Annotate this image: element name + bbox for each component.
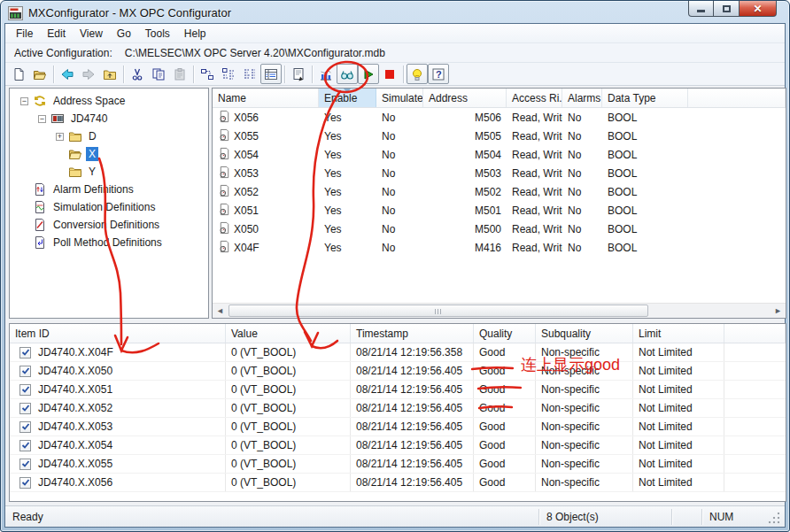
resize-grip[interactable] — [767, 509, 781, 525]
item-checkbox[interactable] — [19, 384, 31, 396]
new-tag-button[interactable] — [239, 64, 260, 84]
back-button[interactable] — [57, 64, 78, 84]
tag-row-x055[interactable]: X055YesNoM505Read, WriteNoBOOL — [213, 127, 786, 145]
tree-item-conversion-definitions[interactable]: Conversion Definitions — [10, 216, 208, 234]
monitor-cell: 08/21/14 12:19:56.405 — [351, 474, 474, 491]
collapse-toggle[interactable]: − — [38, 115, 46, 123]
scroll-right-button[interactable]: ► — [771, 304, 786, 318]
scrollbar-thumb[interactable] — [228, 305, 648, 317]
column-header-alarms[interactable]: Alarms — [562, 89, 602, 107]
statistics-button[interactable] — [315, 64, 337, 84]
column-header-address[interactable]: Address — [423, 89, 507, 107]
item-checkbox[interactable] — [19, 459, 31, 470]
menu-edit[interactable]: Edit — [40, 26, 73, 42]
column-header-simulate[interactable]: Simulate — [376, 89, 423, 107]
up-one-level-button[interactable] — [99, 64, 120, 84]
monitor-cell: Non-specific — [536, 399, 633, 417]
tag-row-x052[interactable]: X052YesNoM502Read, WriteNoBOOL — [213, 182, 786, 201]
tree-item-alarm-definitions[interactable]: Alarm Definitions — [10, 181, 208, 198]
column-label: Access Ri... — [512, 92, 562, 104]
maximize-button[interactable] — [714, 1, 740, 17]
monitor-row-jd4740.x.x055[interactable]: JD4740.X.X0550 (VT_BOOL)08/21/14 12:19:5… — [10, 455, 786, 474]
monitor-cell: 08/21/14 12:19:56.405 — [351, 362, 474, 380]
cut-button[interactable] — [127, 64, 148, 84]
tree-item-d[interactable]: +D — [10, 127, 208, 145]
new-group-button[interactable] — [218, 64, 239, 84]
monitor-row-jd4740.x.x053[interactable]: JD4740.X.X0530 (VT_BOOL)08/21/14 12:19:5… — [10, 418, 786, 436]
column-header-enable[interactable]: Enable — [319, 89, 376, 107]
tag-cell: Yes — [319, 130, 376, 143]
scrollbar-track[interactable] — [228, 304, 771, 318]
tag-name: X053 — [234, 167, 259, 180]
tag-cell: M505 — [423, 130, 507, 143]
stop-icon — [383, 67, 397, 81]
column-header-data-type[interactable]: Data Type — [602, 89, 688, 107]
monitor-row-jd4740.x.x056[interactable]: JD4740.X.X0560 (VT_BOOL)08/21/14 12:19:5… — [10, 474, 786, 492]
collapse-toggle[interactable]: − — [20, 97, 28, 105]
help-button[interactable]: ? — [428, 64, 449, 84]
item-checkbox[interactable] — [19, 366, 31, 377]
tag-row-x051[interactable]: X051YesNoM501Read, WriteNoBOOL — [213, 201, 786, 220]
tag-row-x056[interactable]: X056YesNoM506Read, WriteNoBOOL — [213, 108, 786, 127]
monitor-cell: Good — [474, 399, 536, 417]
tag-row-x053[interactable]: X053YesNoM503Read, WriteNoBOOL — [213, 164, 786, 182]
address-space-icon — [33, 94, 47, 108]
properties-button[interactable] — [288, 64, 309, 84]
start-button[interactable] — [358, 64, 379, 84]
maximize-icon — [723, 5, 731, 12]
new-document-button[interactable] — [8, 64, 29, 84]
tree-item-x[interactable]: X — [10, 145, 208, 163]
title-bar[interactable]: MXConfigurator - MX OPC Configurator — [4, 1, 786, 23]
item-checkbox[interactable] — [19, 403, 31, 414]
menu-go[interactable]: Go — [110, 26, 138, 42]
tree-item-poll-method-definitions[interactable]: Poll Method Definitions — [10, 234, 208, 251]
copy-button[interactable] — [148, 64, 169, 84]
stop-button[interactable] — [379, 64, 400, 84]
open-folder-button[interactable] — [29, 64, 50, 84]
tag-cell: Read, Write — [507, 223, 562, 235]
item-checkbox[interactable] — [19, 347, 31, 359]
column-header-timestamp[interactable]: Timestamp — [351, 324, 474, 343]
menu-file[interactable]: File — [9, 26, 40, 42]
item-checkbox[interactable] — [19, 440, 31, 451]
monitor-row-jd4740.x.x051[interactable]: JD4740.X.X0510 (VT_BOOL)08/21/14 12:19:5… — [10, 381, 786, 399]
menu-tools[interactable]: Tools — [138, 26, 177, 42]
monitor-row-jd4740.x.x050[interactable]: JD4740.X.X0500 (VT_BOOL)08/21/14 12:19:5… — [10, 362, 786, 381]
tag-row-x054[interactable]: X054YesNoM504Read, WriteNoBOOL — [213, 145, 786, 164]
tree-item-y[interactable]: Y — [10, 163, 208, 181]
monitor-row-jd4740.x.x04f[interactable]: JD4740.X.X04F0 (VT_BOOL)08/21/14 12:19:5… — [10, 343, 786, 362]
scroll-left-button[interactable]: ◄ — [213, 304, 228, 318]
tag-row-x04f[interactable]: X04FYesNoM416Read, WriteNoBOOL — [213, 238, 786, 257]
column-header-name[interactable]: Name — [213, 89, 319, 107]
column-header-quality[interactable]: Quality — [474, 324, 536, 343]
simulation-definitions-icon — [33, 200, 47, 214]
tree-item-address-space[interactable]: −Address Space — [10, 92, 208, 110]
tips-button[interactable] — [407, 64, 428, 84]
horizontal-scrollbar[interactable]: ◄ ► — [213, 303, 786, 318]
tree-item-jd4740[interactable]: −JD4740 — [10, 110, 208, 127]
monitor-row-jd4740.x.x054[interactable]: JD4740.X.X0540 (VT_BOOL)08/21/14 12:19:5… — [10, 436, 786, 455]
column-header-value[interactable]: Value — [226, 324, 351, 343]
monitor-cell: Not Limited — [633, 436, 724, 454]
monitor-row-jd4740.x.x052[interactable]: JD4740.X.X0520 (VT_BOOL)08/21/14 12:19:5… — [10, 399, 786, 418]
view-details-button[interactable] — [260, 64, 282, 84]
column-header-item-id[interactable]: Item ID — [10, 324, 226, 343]
column-header-access-ri[interactable]: Access Ri... — [507, 89, 562, 107]
new-device-button[interactable] — [197, 64, 218, 84]
tree-item-simulation-definitions[interactable]: Simulation Definitions — [10, 198, 208, 216]
item-checkbox[interactable] — [19, 421, 31, 433]
column-header-subquality[interactable]: Subquality — [536, 324, 633, 343]
active-configuration-bar: Active Configuration: C:\MELSEC\MX OPC S… — [5, 42, 785, 62]
paste-button[interactable] — [169, 64, 190, 84]
monitor-view-button[interactable] — [337, 64, 358, 84]
menu-view[interactable]: View — [73, 26, 110, 42]
tag-row-x050[interactable]: X050YesNoM500Read, WriteNoBOOL — [213, 220, 786, 238]
item-id: JD4740.X.X051 — [38, 383, 112, 396]
column-header-limit[interactable]: Limit — [633, 324, 724, 343]
menu-help[interactable]: Help — [177, 26, 213, 42]
expand-toggle[interactable]: + — [56, 133, 64, 141]
forward-button[interactable] — [78, 64, 99, 84]
minimize-button[interactable] — [688, 1, 714, 17]
close-button[interactable]: ✕ — [740, 1, 777, 17]
item-checkbox[interactable] — [19, 477, 31, 489]
